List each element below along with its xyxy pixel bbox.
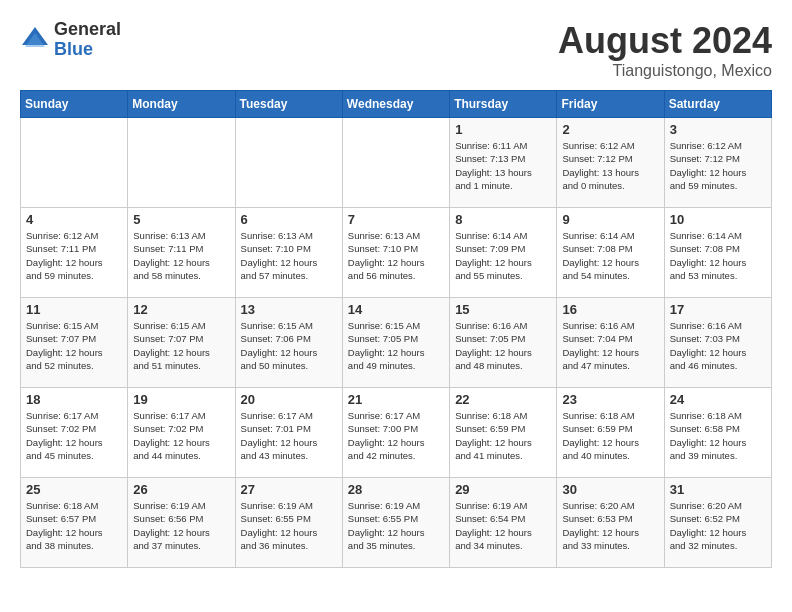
day-of-week-header: Tuesday xyxy=(235,91,342,118)
calendar-cell: 12Sunrise: 6:15 AM Sunset: 7:07 PM Dayli… xyxy=(128,298,235,388)
day-number: 2 xyxy=(562,122,658,137)
calendar-cell: 9Sunrise: 6:14 AM Sunset: 7:08 PM Daylig… xyxy=(557,208,664,298)
day-info: Sunrise: 6:12 AM Sunset: 7:11 PM Dayligh… xyxy=(26,229,122,282)
calendar-cell: 22Sunrise: 6:18 AM Sunset: 6:59 PM Dayli… xyxy=(450,388,557,478)
calendar-cell: 24Sunrise: 6:18 AM Sunset: 6:58 PM Dayli… xyxy=(664,388,771,478)
calendar-table: SundayMondayTuesdayWednesdayThursdayFrid… xyxy=(20,90,772,568)
day-of-week-header: Friday xyxy=(557,91,664,118)
day-number: 19 xyxy=(133,392,229,407)
calendar-cell xyxy=(128,118,235,208)
calendar-week-row: 11Sunrise: 6:15 AM Sunset: 7:07 PM Dayli… xyxy=(21,298,772,388)
calendar-cell: 31Sunrise: 6:20 AM Sunset: 6:52 PM Dayli… xyxy=(664,478,771,568)
day-info: Sunrise: 6:14 AM Sunset: 7:08 PM Dayligh… xyxy=(670,229,766,282)
calendar-cell: 30Sunrise: 6:20 AM Sunset: 6:53 PM Dayli… xyxy=(557,478,664,568)
day-info: Sunrise: 6:16 AM Sunset: 7:03 PM Dayligh… xyxy=(670,319,766,372)
page-header: General Blue August 2024 Tianguistongo, … xyxy=(20,20,772,80)
day-info: Sunrise: 6:15 AM Sunset: 7:05 PM Dayligh… xyxy=(348,319,444,372)
day-info: Sunrise: 6:17 AM Sunset: 7:00 PM Dayligh… xyxy=(348,409,444,462)
day-number: 9 xyxy=(562,212,658,227)
calendar-cell: 21Sunrise: 6:17 AM Sunset: 7:00 PM Dayli… xyxy=(342,388,449,478)
day-number: 15 xyxy=(455,302,551,317)
day-number: 27 xyxy=(241,482,337,497)
logo-general: General xyxy=(54,20,121,40)
day-info: Sunrise: 6:20 AM Sunset: 6:53 PM Dayligh… xyxy=(562,499,658,552)
day-info: Sunrise: 6:18 AM Sunset: 6:58 PM Dayligh… xyxy=(670,409,766,462)
month-year-title: August 2024 xyxy=(558,20,772,62)
calendar-cell: 13Sunrise: 6:15 AM Sunset: 7:06 PM Dayli… xyxy=(235,298,342,388)
calendar-cell: 23Sunrise: 6:18 AM Sunset: 6:59 PM Dayli… xyxy=(557,388,664,478)
calendar-cell xyxy=(21,118,128,208)
calendar-cell: 4Sunrise: 6:12 AM Sunset: 7:11 PM Daylig… xyxy=(21,208,128,298)
day-info: Sunrise: 6:18 AM Sunset: 6:57 PM Dayligh… xyxy=(26,499,122,552)
calendar-cell: 14Sunrise: 6:15 AM Sunset: 7:05 PM Dayli… xyxy=(342,298,449,388)
day-number: 31 xyxy=(670,482,766,497)
day-info: Sunrise: 6:20 AM Sunset: 6:52 PM Dayligh… xyxy=(670,499,766,552)
day-info: Sunrise: 6:14 AM Sunset: 7:09 PM Dayligh… xyxy=(455,229,551,282)
day-number: 28 xyxy=(348,482,444,497)
calendar-cell: 7Sunrise: 6:13 AM Sunset: 7:10 PM Daylig… xyxy=(342,208,449,298)
day-number: 11 xyxy=(26,302,122,317)
calendar-cell: 5Sunrise: 6:13 AM Sunset: 7:11 PM Daylig… xyxy=(128,208,235,298)
day-number: 29 xyxy=(455,482,551,497)
calendar-cell: 8Sunrise: 6:14 AM Sunset: 7:09 PM Daylig… xyxy=(450,208,557,298)
day-number: 6 xyxy=(241,212,337,227)
day-info: Sunrise: 6:13 AM Sunset: 7:10 PM Dayligh… xyxy=(348,229,444,282)
day-info: Sunrise: 6:12 AM Sunset: 7:12 PM Dayligh… xyxy=(562,139,658,192)
location-subtitle: Tianguistongo, Mexico xyxy=(558,62,772,80)
calendar-cell: 3Sunrise: 6:12 AM Sunset: 7:12 PM Daylig… xyxy=(664,118,771,208)
calendar-cell: 1Sunrise: 6:11 AM Sunset: 7:13 PM Daylig… xyxy=(450,118,557,208)
calendar-cell: 27Sunrise: 6:19 AM Sunset: 6:55 PM Dayli… xyxy=(235,478,342,568)
day-info: Sunrise: 6:16 AM Sunset: 7:05 PM Dayligh… xyxy=(455,319,551,372)
calendar-cell: 11Sunrise: 6:15 AM Sunset: 7:07 PM Dayli… xyxy=(21,298,128,388)
calendar-cell: 10Sunrise: 6:14 AM Sunset: 7:08 PM Dayli… xyxy=(664,208,771,298)
calendar-cell: 19Sunrise: 6:17 AM Sunset: 7:02 PM Dayli… xyxy=(128,388,235,478)
calendar-week-row: 18Sunrise: 6:17 AM Sunset: 7:02 PM Dayli… xyxy=(21,388,772,478)
day-number: 7 xyxy=(348,212,444,227)
calendar-cell xyxy=(235,118,342,208)
day-number: 8 xyxy=(455,212,551,227)
calendar-cell: 29Sunrise: 6:19 AM Sunset: 6:54 PM Dayli… xyxy=(450,478,557,568)
calendar-cell xyxy=(342,118,449,208)
day-of-week-header: Monday xyxy=(128,91,235,118)
calendar-cell: 15Sunrise: 6:16 AM Sunset: 7:05 PM Dayli… xyxy=(450,298,557,388)
day-info: Sunrise: 6:12 AM Sunset: 7:12 PM Dayligh… xyxy=(670,139,766,192)
calendar-cell: 16Sunrise: 6:16 AM Sunset: 7:04 PM Dayli… xyxy=(557,298,664,388)
calendar-week-row: 1Sunrise: 6:11 AM Sunset: 7:13 PM Daylig… xyxy=(21,118,772,208)
day-number: 14 xyxy=(348,302,444,317)
calendar-cell: 2Sunrise: 6:12 AM Sunset: 7:12 PM Daylig… xyxy=(557,118,664,208)
day-info: Sunrise: 6:13 AM Sunset: 7:11 PM Dayligh… xyxy=(133,229,229,282)
day-number: 25 xyxy=(26,482,122,497)
day-number: 23 xyxy=(562,392,658,407)
calendar-cell: 28Sunrise: 6:19 AM Sunset: 6:55 PM Dayli… xyxy=(342,478,449,568)
day-of-week-header: Saturday xyxy=(664,91,771,118)
logo-text: General Blue xyxy=(54,20,121,60)
day-of-week-header: Thursday xyxy=(450,91,557,118)
day-number: 26 xyxy=(133,482,229,497)
day-info: Sunrise: 6:18 AM Sunset: 6:59 PM Dayligh… xyxy=(455,409,551,462)
calendar-week-row: 4Sunrise: 6:12 AM Sunset: 7:11 PM Daylig… xyxy=(21,208,772,298)
day-number: 12 xyxy=(133,302,229,317)
calendar-cell: 26Sunrise: 6:19 AM Sunset: 6:56 PM Dayli… xyxy=(128,478,235,568)
day-number: 30 xyxy=(562,482,658,497)
day-number: 16 xyxy=(562,302,658,317)
day-number: 21 xyxy=(348,392,444,407)
logo-icon xyxy=(20,25,50,55)
day-info: Sunrise: 6:18 AM Sunset: 6:59 PM Dayligh… xyxy=(562,409,658,462)
day-info: Sunrise: 6:17 AM Sunset: 7:02 PM Dayligh… xyxy=(133,409,229,462)
day-info: Sunrise: 6:15 AM Sunset: 7:06 PM Dayligh… xyxy=(241,319,337,372)
day-number: 20 xyxy=(241,392,337,407)
day-info: Sunrise: 6:14 AM Sunset: 7:08 PM Dayligh… xyxy=(562,229,658,282)
day-number: 13 xyxy=(241,302,337,317)
day-info: Sunrise: 6:17 AM Sunset: 7:02 PM Dayligh… xyxy=(26,409,122,462)
calendar-header-row: SundayMondayTuesdayWednesdayThursdayFrid… xyxy=(21,91,772,118)
logo: General Blue xyxy=(20,20,121,60)
day-number: 4 xyxy=(26,212,122,227)
logo-blue: Blue xyxy=(54,40,121,60)
day-info: Sunrise: 6:15 AM Sunset: 7:07 PM Dayligh… xyxy=(133,319,229,372)
day-number: 10 xyxy=(670,212,766,227)
calendar-cell: 6Sunrise: 6:13 AM Sunset: 7:10 PM Daylig… xyxy=(235,208,342,298)
day-number: 3 xyxy=(670,122,766,137)
day-info: Sunrise: 6:19 AM Sunset: 6:54 PM Dayligh… xyxy=(455,499,551,552)
day-of-week-header: Wednesday xyxy=(342,91,449,118)
calendar-cell: 25Sunrise: 6:18 AM Sunset: 6:57 PM Dayli… xyxy=(21,478,128,568)
